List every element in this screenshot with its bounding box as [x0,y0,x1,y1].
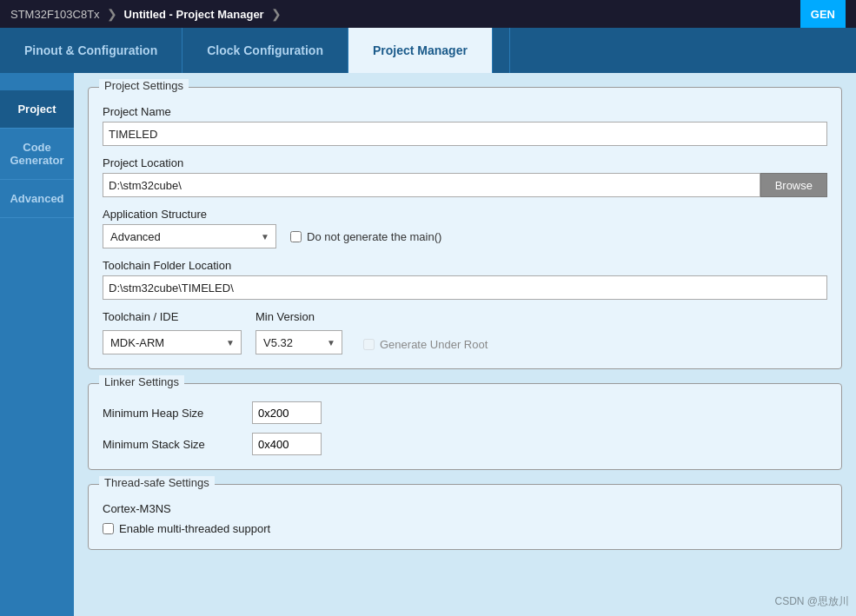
browse-button[interactable]: Browse [760,173,827,197]
app-structure-controls: Advanced Basic ▼ Do not generate the mai… [103,224,827,248]
generate-under-root-label: Generate Under Root [380,338,488,351]
sidebar-item-advanced[interactable]: Advanced [0,180,74,218]
enable-multithreaded-label: Enable multi-threaded support [119,522,270,535]
linker-settings-title: Linker Settings [99,375,184,388]
project-location-input-group: Browse [103,173,827,197]
toolchain-ide-col: Toolchain / IDE MDK-ARM STM32CubeIDE Mak… [103,310,242,354]
enable-multithreaded-checkbox[interactable] [103,523,114,534]
app-structure-select[interactable]: Advanced Basic [103,224,276,248]
tab-bar: Pinout & Configuration Clock Configurati… [0,28,856,73]
tab-project-manager[interactable]: Project Manager [348,28,493,73]
toolchain-folder-row: Toolchain Folder Location [103,259,827,300]
project-location-row: Project Location Browse [103,156,827,197]
watermark: CSDN @思放川 [774,594,849,609]
generate-under-root-row: Generate Under Root [363,338,488,351]
app-structure-label: Application Structure [103,208,827,221]
project-name-input[interactable] [103,122,827,146]
app-structure-select-wrapper: Advanced Basic ▼ [103,224,276,248]
toolchain-folder-input[interactable] [103,275,827,300]
toolchain-select[interactable]: MDK-ARM STM32CubeIDE Makefile [103,330,242,354]
min-version-select[interactable]: V5.32 V5.27 V5.24 [255,330,342,354]
enable-multithreaded-row: Enable multi-threaded support [103,522,827,535]
breadcrumb-item-2[interactable]: Untitled - Project Manager [124,8,264,21]
min-heap-label: Minimum Heap Size [103,407,242,420]
breadcrumb-item-1[interactable]: STM32F103C8Tx [10,8,100,21]
app-structure-row: Application Structure Advanced Basic ▼ D… [103,208,827,248]
do-not-generate-checkbox[interactable] [290,231,302,242]
min-heap-row: Minimum Heap Size [103,401,827,424]
tab-clock[interactable]: Clock Configuration [182,28,348,73]
project-location-label: Project Location [103,156,827,169]
toolchain-folder-label: Toolchain Folder Location [103,259,827,272]
tab-pinout[interactable]: Pinout & Configuration [0,28,182,73]
thread-safe-title: Thread-safe Settings [99,476,215,489]
project-name-label: Project Name [103,105,827,118]
thread-safe-panel: Thread-safe Settings Cortex-M3NS Enable … [88,484,842,550]
generate-under-root-checkbox[interactable] [363,339,375,350]
min-version-label: Min Version [255,310,342,323]
project-location-input[interactable] [103,173,760,197]
content-area: Project Settings Project Name Project Lo… [74,73,856,616]
min-stack-input[interactable] [252,433,322,455]
toolchain-ide-label: Toolchain / IDE [103,310,242,323]
sidebar-item-code-generator[interactable]: Code Generator [0,129,74,180]
min-stack-label: Minimum Stack Size [103,438,242,451]
breadcrumb-bar: STM32F103C8Tx ❯ Untitled - Project Manag… [0,0,856,28]
toolchain-select-wrapper: MDK-ARM STM32CubeIDE Makefile ▼ [103,330,242,354]
tab-extra[interactable] [493,28,510,73]
breadcrumb-sep-1: ❯ [107,7,117,21]
project-name-row: Project Name [103,105,827,146]
generate-button[interactable]: GEN [800,0,846,28]
min-stack-row: Minimum Stack Size [103,433,827,455]
min-version-col: Min Version V5.32 V5.27 V5.24 ▼ [255,310,342,354]
linker-fields: Minimum Heap Size Minimum Stack Size [103,401,827,455]
toolchain-row: Toolchain / IDE MDK-ARM STM32CubeIDE Mak… [103,310,827,354]
breadcrumb-sep-2: ❯ [271,7,282,21]
sidebar: Project Code Generator Advanced [0,73,74,616]
linker-settings-panel: Linker Settings Minimum Heap Size Minimu… [88,383,842,470]
main-layout: Project Code Generator Advanced Project … [0,73,856,616]
project-settings-panel: Project Settings Project Name Project Lo… [88,87,842,369]
cortex-label: Cortex-M3NS [103,502,827,515]
sidebar-item-project[interactable]: Project [0,90,74,129]
do-not-generate-row: Do not generate the main() [290,230,441,243]
project-settings-title: Project Settings [99,79,189,92]
do-not-generate-label: Do not generate the main() [307,230,441,243]
min-version-select-wrapper: V5.32 V5.27 V5.24 ▼ [255,330,342,354]
min-heap-input[interactable] [252,401,322,424]
